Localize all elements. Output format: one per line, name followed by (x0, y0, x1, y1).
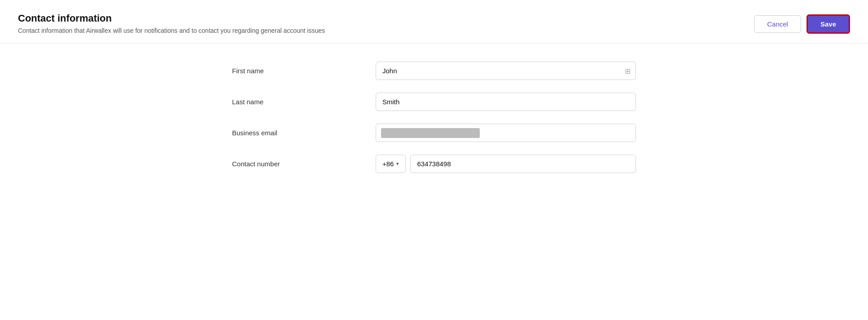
last-name-label: Last name (232, 98, 376, 106)
page-title: Contact information (18, 13, 325, 24)
country-code-selector[interactable]: +86 ▾ (376, 155, 406, 173)
form-area: First name ⊞ Last name Business email Co… (0, 44, 868, 204)
page-subtitle: Contact information that Airwallex will … (18, 27, 325, 34)
phone-number-input[interactable] (410, 155, 636, 173)
first-name-wrapper: ⊞ (376, 62, 636, 80)
form-row-contact-number: Contact number +86 ▾ (232, 155, 636, 173)
form-row-last-name: Last name (232, 93, 636, 111)
cancel-button[interactable]: Cancel (754, 15, 801, 33)
header: Contact information Contact information … (0, 0, 868, 44)
save-button[interactable]: Save (807, 14, 850, 34)
last-name-input[interactable] (376, 93, 636, 111)
contact-card-icon: ⊞ (625, 67, 631, 75)
phone-wrapper: +86 ▾ (376, 155, 636, 173)
last-name-wrapper (376, 93, 636, 111)
page-container: Contact information Contact information … (0, 0, 868, 320)
contact-number-label: Contact number (232, 160, 376, 168)
first-name-label: First name (232, 67, 376, 75)
business-email-label: Business email (232, 129, 376, 137)
chevron-down-icon: ▾ (396, 161, 399, 167)
first-name-input[interactable] (376, 62, 636, 80)
header-left: Contact information Contact information … (18, 13, 325, 34)
form-row-first-name: First name ⊞ (232, 62, 636, 80)
country-code-value: +86 (382, 160, 394, 168)
business-email-wrapper (376, 124, 636, 142)
header-actions: Cancel Save (754, 14, 850, 34)
form-row-business-email: Business email (232, 124, 636, 142)
email-redacted-overlay (381, 128, 480, 138)
